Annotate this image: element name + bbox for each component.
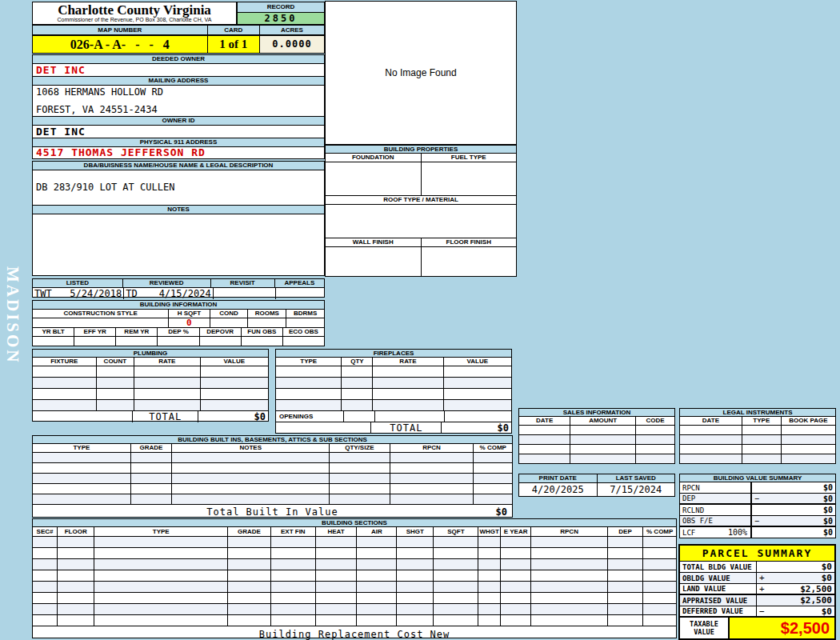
dep-row: DEP −$0 (680, 494, 835, 505)
plumbing-total-row: TOTAL $0 (33, 411, 268, 422)
revisit-header: REVISIT (211, 279, 275, 287)
last-saved-value: 7/15/2024 (598, 483, 675, 496)
fuel-type-header: FUEL TYPE (422, 154, 517, 162)
review-panel: LISTED REVIEWED REVISIT APPEALS TWT 5/24… (32, 278, 325, 298)
replacement-cost-label: Building Replacement Cost New (259, 629, 450, 640)
bi-grade-header: GRADE (131, 444, 172, 452)
ecoobs-header: ECO OBS (283, 328, 324, 336)
appraised-label: APPRAISED VALUE (682, 597, 747, 605)
depovr-header: DEPOVR (200, 328, 242, 336)
legal-type-header: TYPE (742, 417, 782, 425)
bs-type-header: TYPE (94, 527, 228, 536)
taxable-value: $2,500 (730, 618, 834, 638)
hsqft-header: H SQFT (169, 310, 210, 318)
plumbing-empty-rows (33, 366, 268, 411)
count-header: COUNT (97, 358, 135, 366)
building-sections-header: BUILDING SECTIONS (33, 519, 676, 527)
map-value-row: 026-A - A- - - 4 1 of 1 0.0000 (32, 35, 325, 54)
building-properties-panel: BUILDING PROPERTIES FOUNDATION FUEL TYPE… (325, 145, 517, 277)
total-bldg-row: TOTAL BLDG VALUE $0 (680, 562, 834, 573)
no-image-box: No Image Found (325, 1, 517, 145)
ecoobs-value (283, 337, 324, 346)
no-image-text: No Image Found (385, 67, 456, 78)
taxable-row: TAXABLE VALUE $2,500 (680, 618, 834, 638)
lcf-pct: 100% (728, 528, 747, 537)
obldg-label: OBLDG VALUE (682, 574, 730, 582)
rate-header: RATE (134, 358, 200, 366)
legal-date-header: DATE (680, 417, 742, 425)
built-ins-total-value: $0 (496, 506, 507, 518)
wall-finish-value (326, 247, 422, 276)
dep-value: $0 (823, 494, 833, 503)
funobs-value (242, 337, 283, 346)
obs-value: $0 (823, 517, 833, 526)
physical-address-value: 4517 THOMAS JEFFERSON RD (33, 147, 324, 158)
rclnd-row: RCLND $0 (680, 505, 835, 516)
land-value-value: $2,500 (800, 584, 832, 594)
bs-sqft-header: SQFT (434, 527, 478, 536)
obs-row: OBS F/E −$0 (680, 516, 835, 527)
revisit-value (214, 288, 276, 299)
bi-qty-header: QTY/SIZE (330, 444, 390, 452)
deferred-op: − (759, 606, 765, 617)
openings-row: OPENINGS (276, 411, 511, 422)
fp-value-header: VALUE (444, 358, 511, 366)
rpcn-label: RPCN (682, 484, 700, 492)
notes-header: NOTES (33, 206, 324, 214)
dep-label: DEP (682, 494, 695, 502)
deeded-owner-header: DEEDED OWNER (33, 55, 324, 64)
yrblt-header: YR BLT (33, 328, 74, 336)
obs-label: OBS F/E (682, 517, 713, 525)
last-saved-header: LAST SAVED (598, 474, 675, 482)
bdrms-header: BDRMS (286, 310, 324, 318)
notes-area (33, 214, 324, 275)
county-watermark: MADISON (2, 266, 22, 378)
building-properties-header: BUILDING PROPERTIES (326, 146, 516, 154)
listed-value: TWT 5/24/2018 (33, 288, 124, 299)
obldg-row: OBLDG VALUE +$0 (680, 573, 834, 584)
wall-finish-header: WALL FINISH (326, 238, 422, 246)
appeals-header: APPEALS (275, 279, 324, 287)
parcel-summary-header: PARCEL SUMMARY (680, 546, 834, 562)
legal-description-value: DB 283/910 LOT AT CULLEN (33, 170, 324, 206)
built-ins-empty-rows (33, 453, 512, 505)
acres-value: 0.0000 (260, 36, 324, 53)
plumbing-header: PLUMBING (33, 350, 268, 358)
value-summary-panel: BUILDING VALUE SUMMARY RPCN $0 DEP −$0 R… (679, 474, 836, 538)
cond-header: COND (210, 310, 249, 318)
property-record-card: MADISON Charlotte County Virginia Commis… (0, 0, 840, 640)
foundation-header: FOUNDATION (326, 154, 422, 162)
sales-date-header: DATE (519, 417, 570, 425)
record-label: RECORD (238, 2, 324, 13)
sales-header: SALES INFORMATION (519, 409, 674, 417)
bs-heat-header: HEAT (316, 527, 357, 536)
lcf-label: LCF (682, 529, 695, 537)
obldg-value: $0 (822, 573, 832, 583)
openings-label: OPENINGS (276, 411, 344, 422)
reviewed-value: TD 4/15/2024 (124, 288, 213, 299)
bs-sec-header: SEC# (33, 527, 58, 536)
yrblt-value (33, 337, 74, 346)
dep-op: − (754, 494, 759, 503)
legal-header: LEGAL INSTRUMENTS (680, 409, 835, 417)
deferred-row: DEFERRED VALUE −$0 (680, 606, 834, 618)
bdrms-value (286, 318, 324, 327)
map-number-label: MAP NUMBER (33, 26, 208, 34)
built-ins-total-label: Total Built In Value (206, 506, 338, 518)
rpcn-row: RPCN $0 (680, 482, 835, 494)
building-info-header: BUILDING INFORMATION (33, 301, 324, 310)
total-bldg-label: TOTAL BLDG VALUE (682, 563, 752, 571)
acres-label: ACRES (260, 26, 324, 34)
listed-by: TWT (34, 288, 52, 299)
record-box: RECORD 2850 (237, 2, 325, 25)
legal-description-panel: DBA/BUISNESS NAME/HOUSE NAME & LEGAL DES… (32, 161, 325, 276)
owner-id-value: DET INC (33, 126, 324, 138)
map-number-value: 026-A - A- - - 4 (33, 36, 208, 53)
bs-floor-header: FLOOR (58, 527, 94, 536)
listed-header: LISTED (33, 279, 123, 287)
commissioner-address: Commissioner of the Revenue, PO Box 308,… (33, 17, 236, 23)
card-label: CARD (208, 26, 260, 34)
rpcn-value: $0 (823, 483, 833, 492)
fp-qty-header: QTY (342, 358, 373, 366)
deeded-owner-value: DET INC (33, 64, 324, 77)
